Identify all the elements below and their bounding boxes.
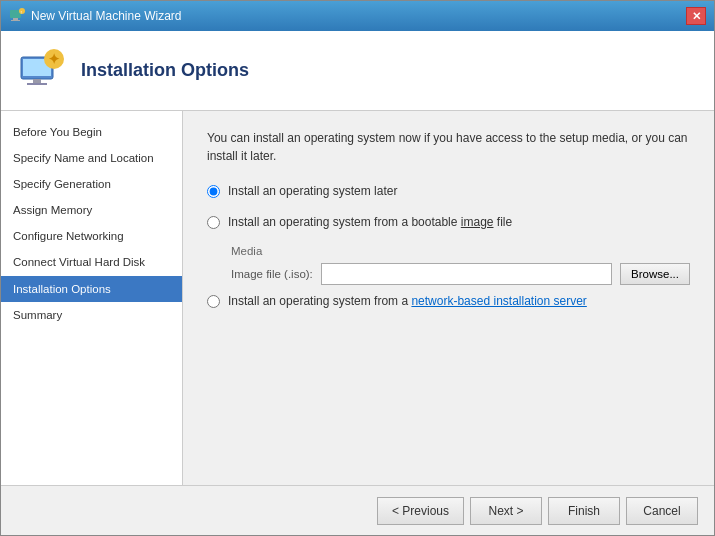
- finish-button[interactable]: Finish: [548, 497, 620, 525]
- option-install-network: Install an operating system from a netwo…: [207, 293, 690, 310]
- radio-install-bootable[interactable]: [207, 216, 220, 229]
- option-install-later: Install an operating system later: [207, 183, 690, 200]
- image-file-input[interactable]: [321, 263, 612, 285]
- svg-rect-2: [11, 20, 20, 21]
- close-button[interactable]: ✕: [686, 7, 706, 25]
- wizard-window: ! New Virtual Machine Wizard ✕ ✦ Install…: [0, 0, 715, 536]
- image-file-label: Image file (.iso):: [231, 268, 313, 280]
- sidebar-item-specify-generation[interactable]: Specify Generation: [1, 171, 182, 197]
- svg-rect-1: [13, 18, 18, 20]
- sidebar-item-summary[interactable]: Summary: [1, 302, 182, 328]
- sidebar-item-connect-vhd[interactable]: Connect Virtual Hard Disk: [1, 249, 182, 275]
- content-area: You can install an operating system now …: [183, 111, 714, 485]
- radio-install-later[interactable]: [207, 185, 220, 198]
- header-title: Installation Options: [81, 60, 249, 81]
- sidebar-item-configure-networking[interactable]: Configure Networking: [1, 223, 182, 249]
- next-button[interactable]: Next >: [470, 497, 542, 525]
- header-icon: ✦: [17, 47, 65, 95]
- main-content: Before You Begin Specify Name and Locati…: [1, 111, 714, 485]
- radio-install-network[interactable]: [207, 295, 220, 308]
- option-install-bootable: Install an operating system from a boota…: [207, 214, 690, 231]
- svg-rect-7: [33, 79, 41, 83]
- app-icon: !: [9, 8, 25, 24]
- title-bar-left: ! New Virtual Machine Wizard: [9, 8, 182, 24]
- intro-text: You can install an operating system now …: [207, 129, 690, 165]
- sidebar: Before You Begin Specify Name and Locati…: [1, 111, 183, 485]
- media-group: Media Image file (.iso): Browse...: [231, 245, 690, 285]
- svg-text:!: !: [21, 10, 22, 15]
- cancel-button[interactable]: Cancel: [626, 497, 698, 525]
- label-install-bootable[interactable]: Install an operating system from a boota…: [228, 214, 512, 231]
- sidebar-item-assign-memory[interactable]: Assign Memory: [1, 197, 182, 223]
- browse-button[interactable]: Browse...: [620, 263, 690, 285]
- header-section: ✦ Installation Options: [1, 31, 714, 111]
- footer: < Previous Next > Finish Cancel: [1, 485, 714, 535]
- label-install-later[interactable]: Install an operating system later: [228, 183, 397, 200]
- sidebar-item-before-you-begin[interactable]: Before You Begin: [1, 119, 182, 145]
- window-title: New Virtual Machine Wizard: [31, 9, 182, 23]
- title-bar: ! New Virtual Machine Wizard ✕: [1, 1, 714, 31]
- media-label: Media: [231, 245, 690, 257]
- svg-text:✦: ✦: [48, 51, 60, 67]
- previous-button[interactable]: < Previous: [377, 497, 464, 525]
- svg-rect-8: [27, 83, 47, 85]
- sidebar-item-installation-options[interactable]: Installation Options: [1, 276, 182, 302]
- sidebar-item-specify-name[interactable]: Specify Name and Location: [1, 145, 182, 171]
- media-row: Image file (.iso): Browse...: [231, 263, 690, 285]
- label-install-network[interactable]: Install an operating system from a netwo…: [228, 293, 587, 310]
